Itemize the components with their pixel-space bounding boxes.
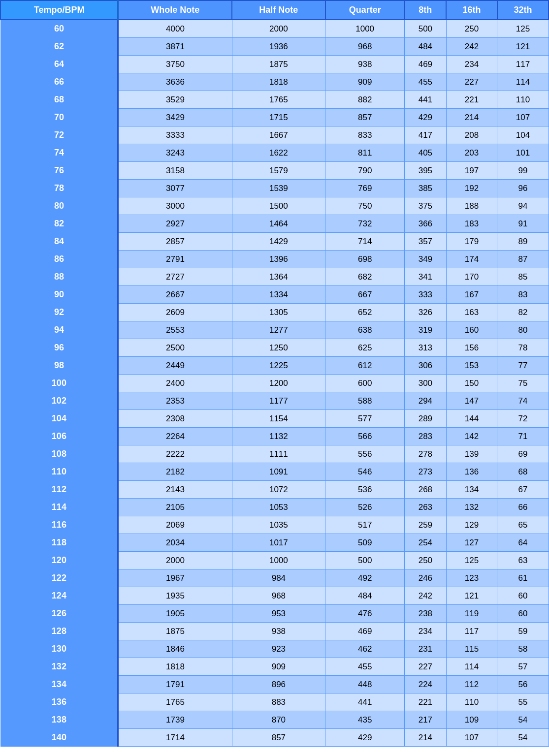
tempo-value: 126: [0, 605, 118, 623]
note-duration-value: 526: [325, 499, 405, 516]
note-duration-value: 2400: [118, 375, 232, 392]
note-duration-value: 600: [325, 375, 405, 392]
note-duration-value: 179: [446, 233, 497, 251]
tempo-value: 92: [0, 304, 118, 321]
note-duration-value: 227: [446, 73, 497, 91]
note-duration-value: 139: [446, 445, 497, 463]
note-duration-value: 2182: [118, 463, 232, 481]
note-duration-value: 117: [497, 56, 549, 73]
note-duration-value: 153: [446, 357, 497, 375]
note-duration-value: 319: [405, 321, 446, 339]
note-duration-value: 435: [325, 711, 405, 729]
note-duration-value: 2143: [118, 481, 232, 499]
table-row: 922609130565232616382: [0, 304, 549, 321]
note-duration-value: 56: [497, 676, 549, 693]
note-duration-value: 156: [446, 339, 497, 357]
note-duration-value: 72: [497, 410, 549, 428]
note-duration-value: 326: [405, 304, 446, 321]
note-duration-value: 1846: [118, 640, 232, 658]
note-duration-value: 150: [446, 375, 497, 392]
tempo-value: 120: [0, 552, 118, 569]
tempo-value: 112: [0, 481, 118, 499]
note-duration-value: 536: [325, 481, 405, 499]
tempo-value: 62: [0, 38, 118, 56]
note-duration-value: 1714: [118, 729, 232, 747]
note-duration-value: 333: [405, 286, 446, 304]
note-duration-value: 208: [446, 126, 497, 144]
note-duration-value: 268: [405, 481, 446, 499]
tempo-value: 64: [0, 56, 118, 73]
note-duration-value: 78: [497, 339, 549, 357]
note-duration-value: 96: [497, 180, 549, 197]
table-row: 130184692346223111558: [0, 640, 549, 658]
note-duration-value: 273: [405, 463, 446, 481]
note-duration-value: 123: [446, 569, 497, 587]
note-duration-value: 58: [497, 640, 549, 658]
table-row: 132181890945522711457: [0, 658, 549, 676]
tempo-value: 94: [0, 321, 118, 339]
note-duration-value: 448: [325, 676, 405, 693]
note-duration-value: 71: [497, 428, 549, 445]
note-duration-value: 484: [325, 587, 405, 605]
note-duration-value: 833: [325, 126, 405, 144]
note-duration-value: 588: [325, 392, 405, 410]
note-duration-value: 65: [497, 516, 549, 534]
note-duration-value: 1818: [232, 73, 325, 91]
tempo-value: 82: [0, 215, 118, 233]
table-row: 1162069103551725912965: [0, 516, 549, 534]
note-duration-value: 1000: [232, 552, 325, 569]
tempo-value: 60: [0, 20, 118, 38]
note-duration-value: 667: [325, 286, 405, 304]
note-duration-value: 1364: [232, 268, 325, 286]
note-duration-value: 1622: [232, 144, 325, 162]
note-duration-value: 54: [497, 729, 549, 747]
note-duration-value: 1739: [118, 711, 232, 729]
note-duration-value: 968: [232, 587, 325, 605]
tempo-value: 86: [0, 251, 118, 268]
note-duration-value: 214: [405, 729, 446, 747]
note-duration-value: 69: [497, 445, 549, 463]
note-duration-value: 91: [497, 215, 549, 233]
note-duration-value: 2927: [118, 215, 232, 233]
note-duration-value: 55: [497, 693, 549, 711]
table-row: 1142105105352626313266: [0, 499, 549, 516]
note-duration-value: 3158: [118, 162, 232, 180]
note-duration-value: 60: [497, 605, 549, 623]
note-duration-value: 163: [446, 304, 497, 321]
note-duration-value: 984: [232, 569, 325, 587]
note-duration-value: 188: [446, 197, 497, 215]
note-duration-value: 1936: [232, 38, 325, 56]
note-duration-value: 455: [325, 658, 405, 676]
table-row: 822927146473236618391: [0, 215, 549, 233]
note-duration-value: 1396: [232, 251, 325, 268]
note-duration-value: 119: [446, 605, 497, 623]
table-row: 763158157979039519799: [0, 162, 549, 180]
table-row: 1002400120060030015075: [0, 375, 549, 392]
note-duration-value: 896: [232, 676, 325, 693]
note-duration-value: 313: [405, 339, 446, 357]
note-duration-value: 1905: [118, 605, 232, 623]
note-duration-value: 259: [405, 516, 446, 534]
table-row: 862791139669834917487: [0, 251, 549, 268]
note-duration-value: 217: [405, 711, 446, 729]
note-duration-value: 246: [405, 569, 446, 587]
note-duration-value: 375: [405, 197, 446, 215]
note-duration-value: 1667: [232, 126, 325, 144]
tempo-value: 76: [0, 162, 118, 180]
note-duration-value: 2308: [118, 410, 232, 428]
note-duration-value: 1967: [118, 569, 232, 587]
note-duration-value: 882: [325, 91, 405, 109]
note-duration-value: 492: [325, 569, 405, 587]
tempo-value: 102: [0, 392, 118, 410]
note-duration-value: 134: [446, 481, 497, 499]
tempo-value: 118: [0, 534, 118, 552]
tempo-value: 106: [0, 428, 118, 445]
note-duration-value: 811: [325, 144, 405, 162]
table-row: 1182034101750925412764: [0, 534, 549, 552]
note-duration-value: 2500: [118, 339, 232, 357]
note-duration-value: 484: [405, 38, 446, 56]
note-duration-value: 192: [446, 180, 497, 197]
note-duration-value: 54: [497, 711, 549, 729]
table-row: 962500125062531315678: [0, 339, 549, 357]
tempo-value: 90: [0, 286, 118, 304]
